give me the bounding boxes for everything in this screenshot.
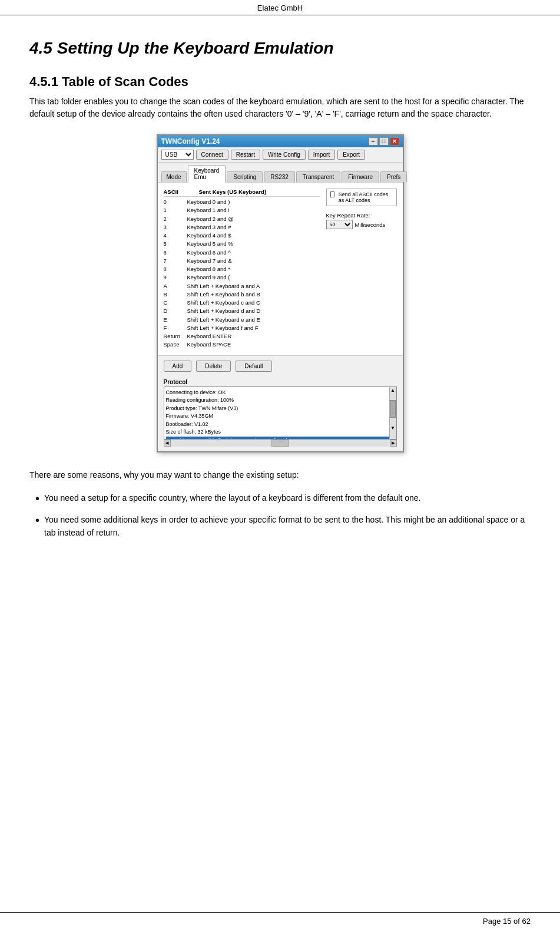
list-item: • You need a setup for a specific countr… (35, 492, 531, 505)
protocol-box-wrapper: Connecting to device: OK Reading configu… (164, 386, 397, 447)
screenshot-container: TWNConfig V1.24 – □ ✕ USB Connect Restar… (29, 134, 531, 452)
table-row[interactable]: 1Keyboard 1 and ! (164, 206, 320, 214)
protocol-line-6: Size of flash: 32 kBytes (166, 429, 221, 435)
page-header: Elatec GmbH (0, 0, 560, 15)
table-row[interactable]: 9Keyboard 9 and ( (164, 273, 320, 282)
protocol-label: Protocol (164, 379, 397, 385)
protocol-line-1: Connecting to device: OK (166, 389, 226, 395)
reasons-text: There are some reasons, why you may want… (29, 469, 531, 481)
app-title: TWNConfig V1.24 (161, 137, 220, 146)
table-row[interactable]: 4Keyboard 4 and $ (164, 232, 320, 240)
table-row[interactable]: SpaceKeyboard SPACE (164, 341, 320, 349)
table-row[interactable]: EShift Left + Keyboard e and E (164, 316, 320, 324)
bullet-list: • You need a setup for a specific countr… (29, 492, 531, 540)
right-section: Send all ASCII codes as ALT codes Key Re… (326, 189, 397, 349)
table-row[interactable]: FShift Left + Keyboard f and F (164, 324, 320, 332)
tab-mode[interactable]: Mode (161, 171, 187, 182)
table-row[interactable]: ReturnKeyboard ENTER (164, 332, 320, 341)
col-header-ascii: ASCII (164, 189, 187, 195)
tab-firmware[interactable]: Firmware (342, 171, 379, 182)
title-bar: TWNConfig V1.24 – □ ✕ (158, 136, 403, 147)
table-row[interactable]: 2Keyboard 2 and @ (164, 215, 320, 223)
table-row[interactable]: 3Keyboard 3 and # (164, 223, 320, 232)
table-row[interactable]: 5Keyboard 5 and % (164, 240, 320, 248)
key-repeat-row: 50 Milliseconds (326, 220, 397, 229)
tab-keyboard-emu[interactable]: Keyboard Emu (188, 165, 226, 183)
bullet-text-2: You need some additional keys in order t… (44, 514, 531, 539)
scroll-left-button[interactable]: ◀ (164, 440, 171, 447)
bullet-text-1: You need a setup for a specific country,… (44, 492, 420, 505)
import-button[interactable]: Import (308, 150, 335, 160)
protocol-line-4: Firmware: V4.35GM (166, 413, 214, 419)
scan-codes-area: ASCII Sent Keys (US Keyboard) 0Keyboard … (164, 189, 397, 349)
scrollbar-thumb[interactable] (390, 400, 396, 418)
alt-codes-checkbox[interactable] (330, 191, 334, 197)
protocol-line-highlighted: Searching compatible flash images: 2 ima… (166, 437, 395, 440)
footer-divider (0, 912, 560, 913)
key-repeat-section: Key Repeat Rate: 50 Milliseconds (326, 212, 397, 229)
section-title: 4.5.1 Table of Scan Codes (29, 74, 531, 90)
maximize-button[interactable]: □ (379, 137, 389, 146)
main-panel: ASCII Sent Keys (US Keyboard) 0Keyboard … (158, 183, 403, 355)
protocol-lines: Connecting to device: OK Reading configu… (166, 389, 395, 440)
protocol-line-3: Product type: TWN Mifare (V3) (166, 405, 238, 411)
table-row[interactable]: DShift Left + Keyboard d and D (164, 307, 320, 315)
section-intro: This tab folder enables you to change th… (29, 95, 531, 120)
protocol-hscrollbar: ◀ ▶ (164, 440, 397, 447)
tab-scripting[interactable]: Scripting (227, 171, 263, 182)
hscroll-thumb[interactable] (271, 440, 289, 447)
protocol-line-5: Bootloader: V1.02 (166, 421, 208, 427)
scroll-right-button[interactable]: ▶ (390, 440, 397, 447)
key-repeat-label: Key Repeat Rate: (326, 212, 397, 219)
table-row[interactable]: 0Keyboard 0 and ) (164, 198, 320, 206)
bullet-dot-1: • (35, 493, 39, 504)
key-repeat-unit: Milliseconds (355, 222, 386, 228)
key-repeat-select[interactable]: 50 (326, 220, 353, 229)
add-button[interactable]: Add (164, 361, 192, 372)
protocol-box: Connecting to device: OK Reading configu… (164, 386, 397, 440)
table-row[interactable]: 8Keyboard 8 and * (164, 265, 320, 273)
connect-button[interactable]: Connect (196, 150, 228, 160)
table-row[interactable]: AShift Left + Keyboard a and A (164, 282, 320, 290)
bottom-buttons: Add Delete Default (158, 355, 403, 376)
alt-codes-label: Send all ASCII codes as ALT codes (339, 191, 393, 203)
page-content: 4.5 Setting Up the Keyboard Emulation 4.… (0, 15, 560, 584)
export-button[interactable]: Export (337, 150, 365, 160)
scroll-track[interactable] (171, 440, 271, 447)
tab-rs232[interactable]: RS232 (264, 171, 295, 182)
main-title: 4.5 Setting Up the Keyboard Emulation (29, 39, 531, 58)
tab-transparent[interactable]: Transparent (296, 171, 341, 182)
list-item: • You need some additional keys in order… (35, 514, 531, 539)
company-name: Elatec GmbH (257, 4, 303, 12)
protocol-scrollbar[interactable]: ▲ ▼ (389, 387, 396, 439)
protocol-line-2: Reading configuration: 100% (166, 397, 234, 403)
restart-button[interactable]: Restart (231, 150, 260, 160)
table-header: ASCII Sent Keys (US Keyboard) (164, 189, 320, 197)
toolbar: USB Connect Restart Write Config Import … (158, 147, 403, 163)
page-number: Page 15 of 62 (483, 917, 531, 926)
close-button[interactable]: ✕ (390, 137, 399, 146)
minimize-button[interactable]: – (369, 137, 378, 146)
app-window: TWNConfig V1.24 – □ ✕ USB Connect Restar… (157, 134, 404, 452)
table-row[interactable]: BShift Left + Keyboard b and B (164, 290, 320, 299)
tab-prefs[interactable]: Prefs (380, 171, 407, 182)
scan-codes-table: ASCII Sent Keys (US Keyboard) 0Keyboard … (164, 189, 320, 349)
scroll-track-right[interactable] (289, 440, 390, 447)
table-rows: 0Keyboard 0 and ) 1Keyboard 1 and ! 2Key… (164, 198, 320, 349)
delete-button[interactable]: Delete (196, 361, 231, 372)
page-footer: Page 15 of 62 (483, 917, 531, 926)
table-row[interactable]: 7Keyboard 7 and & (164, 257, 320, 265)
table-row[interactable]: 6Keyboard 6 and ^ (164, 249, 320, 257)
protocol-section: Protocol Connecting to device: OK Readin… (158, 376, 403, 451)
table-row[interactable]: CShift Left + Keyboard c and C (164, 299, 320, 307)
alt-codes-box: Send all ASCII codes as ALT codes (326, 189, 397, 206)
title-bar-buttons: – □ ✕ (369, 137, 399, 146)
default-button[interactable]: Default (236, 361, 272, 372)
write-config-button[interactable]: Write Config (263, 150, 306, 160)
bullet-dot-2: • (35, 514, 39, 526)
tab-bar: Mode Keyboard Emu Scripting RS232 Transp… (158, 163, 403, 183)
connection-select[interactable]: USB (161, 150, 194, 160)
col-header-keys: Sent Keys (US Keyboard) (199, 189, 267, 195)
